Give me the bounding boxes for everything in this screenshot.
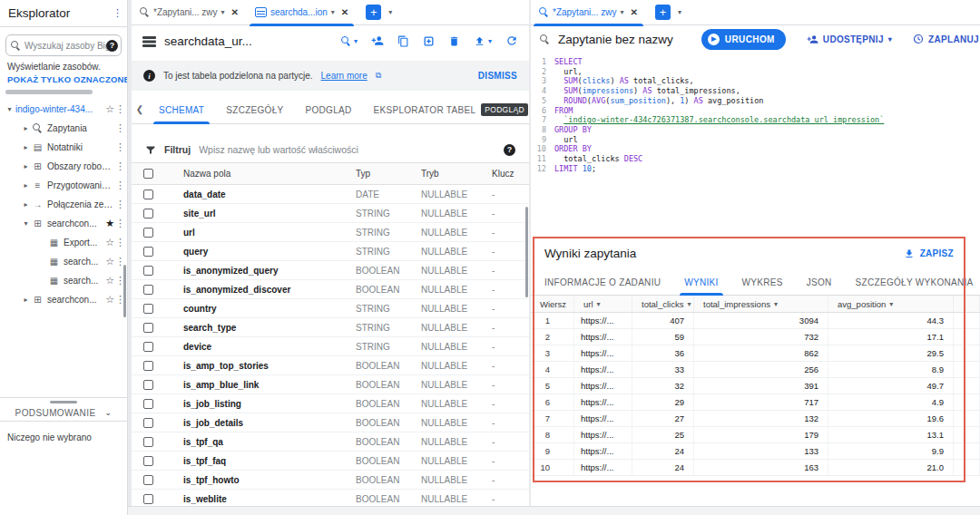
results-row[interactable]: 2https://...5973217.1: [531, 329, 980, 345]
table-row[interactable]: is_amp_top_storiesBOOLEANNULLABLE-: [132, 356, 529, 375]
row-checkbox[interactable]: [143, 189, 153, 199]
explorer-scrollbar[interactable]: [123, 265, 126, 317]
help-icon[interactable]: ?: [504, 144, 515, 156]
table-row[interactable]: is_anonymized_queryBOOLEANNULLABLE-: [132, 261, 529, 280]
table-row[interactable]: countrySTRINGNULLABLE-: [132, 299, 529, 318]
row-checkbox[interactable]: [143, 380, 153, 390]
panel-drag-handle[interactable]: [50, 401, 77, 403]
results-row[interactable]: 9https://...241339.9: [531, 443, 980, 460]
results-tab-informacje-o-zadaniu[interactable]: INFORMACJE O ZADANIU: [533, 270, 672, 296]
star-filled-icon[interactable]: ★: [105, 218, 114, 229]
delete-table-button[interactable]: [448, 35, 460, 47]
learn-more-link[interactable]: Learn more: [321, 71, 368, 81]
caret-down-icon[interactable]: ▾: [20, 219, 32, 228]
row-checkbox[interactable]: [143, 323, 153, 333]
tree-item-po-czenia-zew-[interactable]: ▸→Połączenia zew...⋮: [0, 195, 127, 214]
schema-scrollbar[interactable]: [525, 207, 528, 297]
results-tab-json[interactable]: JSON: [795, 270, 844, 296]
table-row[interactable]: is_anonymized_discoverBOOLEANNULLABLE-: [132, 280, 529, 299]
tree-item-searchcon-[interactable]: ▸⊞searchcon...☆⋮: [0, 290, 127, 309]
table-row[interactable]: is_tpf_qaBOOLEANNULLABLE-: [132, 432, 529, 452]
export-button[interactable]: ▾: [474, 35, 492, 47]
tree-item-notatniki[interactable]: ▸▤Notatniki⋮: [0, 138, 127, 157]
results-row[interactable]: 5https://...3239149.7: [531, 378, 980, 394]
caret-right-icon[interactable]: ▸: [20, 124, 32, 132]
tree-item-searchcon-[interactable]: ▾⊞searchcon...★⋮: [0, 214, 127, 233]
more-options-icon[interactable]: ⋮: [115, 122, 124, 134]
explorer-menu-icon[interactable]: ⋮: [113, 7, 122, 19]
tree-item-przygotowania-[interactable]: ▸≡Przygotowania ...⋮: [0, 176, 127, 195]
row-checkbox[interactable]: [143, 399, 153, 409]
sort-caret-icon[interactable]: ▾: [774, 300, 778, 308]
tab-unsaved-query[interactable]: *Zapytani... zwy ▾ ✕: [531, 0, 646, 25]
caret-right-icon[interactable]: ▸: [20, 296, 32, 304]
row-checkbox[interactable]: [143, 418, 153, 428]
table-row[interactable]: querySTRINGNULLABLE-: [132, 242, 529, 261]
table-row[interactable]: is_job_listingBOOLEANNULLABLE-: [132, 394, 529, 413]
more-options-icon[interactable]: ⋮: [115, 199, 124, 210]
new-tab-button[interactable]: +: [366, 5, 381, 20]
row-checkbox[interactable]: [143, 285, 153, 295]
table-row[interactable]: is_job_detailsBOOLEANNULLABLE-: [132, 413, 529, 432]
more-options-icon[interactable]: ⋮: [115, 180, 124, 191]
close-icon[interactable]: ✕: [631, 7, 638, 17]
show-starred-link[interactable]: POKAŻ TYLKO OZNACZONE G: [0, 72, 127, 86]
summary-toggle[interactable]: PODSUMOWANIE ⌄: [0, 404, 127, 422]
row-checkbox[interactable]: [143, 304, 153, 314]
caret-right-icon[interactable]: ▸: [20, 162, 32, 170]
table-row[interactable]: data_dateDATENULLABLE-: [132, 185, 529, 204]
tab-overflow-caret[interactable]: ▾: [388, 8, 392, 16]
new-tab-button[interactable]: +: [655, 5, 671, 20]
table-row[interactable]: site_urlSTRINGNULLABLE-: [132, 204, 529, 223]
table-row[interactable]: is_tpf_howtoBOOLEANNULLABLE-: [132, 471, 529, 490]
view-tab-szczegóły[interactable]: SZCZEGÓŁY: [215, 95, 294, 124]
caret-right-icon[interactable]: ▸: [20, 143, 32, 151]
results-row[interactable]: 7https://...2713219.6: [531, 411, 980, 427]
chevron-left-icon[interactable]: ❮: [132, 104, 148, 114]
results-row[interactable]: 10https://...2416321.0: [531, 460, 980, 476]
view-tab-eksplorator-tabel[interactable]: EKSPLORATOR TABELPODGLĄD: [363, 95, 539, 124]
results-row[interactable]: 3https://...3686229.5: [531, 345, 980, 362]
table-row[interactable]: is_tpf_faqBOOLEANNULLABLE-: [132, 452, 529, 471]
more-options-icon[interactable]: ⋮: [115, 141, 124, 153]
row-checkbox[interactable]: [143, 266, 153, 276]
table-row[interactable]: is_amp_blue_linkBOOLEANNULLABLE-: [132, 375, 529, 394]
results-row[interactable]: 1https://...407309444.3: [531, 313, 980, 329]
results-column-header[interactable]: avg_position▾: [828, 296, 954, 312]
chevron-down-icon[interactable]: ▾: [331, 8, 335, 16]
star-outline-icon[interactable]: ☆: [105, 294, 114, 306]
row-checkbox[interactable]: [143, 437, 153, 447]
sort-caret-icon[interactable]: ▾: [889, 300, 893, 308]
table-row[interactable]: search_typeSTRINGNULLABLE-: [132, 318, 529, 337]
tab-overflow-caret[interactable]: ▾: [678, 8, 681, 16]
results-column-header[interactable]: total_impressions▾: [694, 296, 828, 312]
tab-table-details[interactable]: searchda...ion ▾ ✕: [247, 0, 357, 25]
star-outline-icon[interactable]: ☆: [105, 256, 114, 267]
table-row[interactable]: urlSTRINGNULLABLE-: [132, 223, 529, 242]
chevron-down-icon[interactable]: ▾: [221, 8, 225, 16]
save-results-button[interactable]: ZAPISZ: [904, 248, 954, 259]
table-row[interactable]: deviceSTRINGNULLABLE-: [132, 337, 529, 356]
run-button[interactable]: ▶ URUCHOM: [701, 29, 786, 50]
results-tab-wyniki[interactable]: WYNIKI: [672, 270, 730, 296]
more-options-icon[interactable]: ⋮: [115, 160, 124, 172]
results-row[interactable]: 8https://...2517913.1: [531, 427, 980, 443]
star-outline-icon[interactable]: ☆: [105, 237, 114, 248]
tab-query-editor[interactable]: *Zapytani... zwy ▾ ✕: [132, 0, 247, 25]
more-options-icon[interactable]: ⋮: [115, 237, 124, 248]
view-tab-schemat[interactable]: SCHEMAT: [148, 95, 215, 124]
snapshot-button[interactable]: [423, 35, 435, 47]
results-tab-szczegóły-wykonania[interactable]: SZCZEGÓŁY WYKONANIA: [844, 270, 980, 296]
refresh-button[interactable]: [505, 34, 518, 47]
caret-right-icon[interactable]: ▸: [20, 181, 32, 189]
schema-filter-row[interactable]: Filtruj Wpisz nazwę lub wartość właściwo…: [132, 137, 529, 162]
caret-right-icon[interactable]: ▸: [20, 200, 32, 209]
tree-item-export-[interactable]: ▦Export...☆⋮: [0, 233, 127, 252]
tree-item-zapytania[interactable]: ▸Zapytania⋮: [0, 119, 127, 138]
schedule-button[interactable]: ZAPLANUJ: [913, 34, 979, 44]
row-checkbox[interactable]: [143, 456, 153, 466]
results-column-header[interactable]: total_clicks▾: [632, 296, 694, 312]
more-options-icon[interactable]: ⋮: [115, 103, 124, 115]
results-column-header[interactable]: url▾: [574, 296, 632, 312]
more-options-icon[interactable]: ⋮: [115, 218, 124, 229]
